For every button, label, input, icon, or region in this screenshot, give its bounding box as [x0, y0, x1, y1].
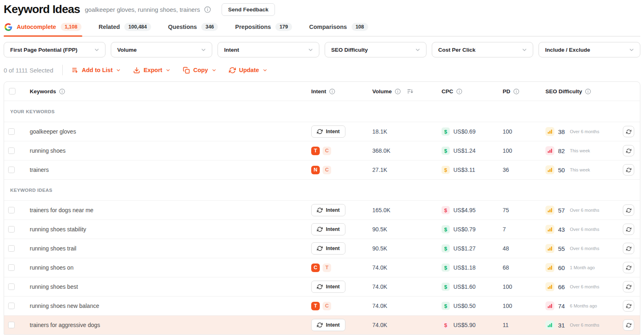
refresh-button[interactable]: [623, 126, 634, 137]
keyword-text[interactable]: running shoes trail: [24, 245, 76, 252]
section-label: YOUR KEYWORDS: [10, 109, 55, 114]
keyword-text[interactable]: running shoes new balance: [24, 303, 99, 309]
table-row[interactable]: running shoes best Intent 74.0K $ US$1.6…: [4, 277, 640, 296]
select-all-checkbox[interactable]: [9, 88, 15, 94]
table-row[interactable]: running shoes on CT 74.0K $ US$1.18 68 6…: [4, 258, 640, 277]
cpc-dollar-icon: $: [442, 166, 450, 174]
keyword-text[interactable]: running shoes on: [24, 264, 73, 271]
row-checkbox[interactable]: [8, 245, 15, 252]
info-icon[interactable]: [395, 88, 401, 94]
filter-cost-per-click[interactable]: Cost Per Click: [432, 42, 534, 57]
info-icon[interactable]: [329, 88, 335, 94]
chevron-down-icon: [116, 68, 121, 73]
volume-value: 18.1K: [372, 128, 387, 135]
cpc-dollar-icon: $: [442, 283, 450, 291]
row-checkbox[interactable]: [8, 226, 15, 233]
tab-questions[interactable]: Questions 346: [167, 18, 219, 36]
row-checkbox[interactable]: [8, 303, 15, 309]
chevron-down-icon: [521, 47, 528, 53]
filter-first-page-potential[interactable]: First Page Potential (FPP): [4, 42, 106, 57]
intent-button[interactable]: Intent: [311, 242, 345, 255]
section-header-row: YOUR KEYWORDS: [4, 101, 640, 122]
info-icon[interactable]: [59, 88, 65, 94]
volume-value: 74.0K: [372, 283, 387, 290]
refresh-button[interactable]: [623, 281, 634, 292]
intent-button[interactable]: Intent: [311, 204, 345, 216]
chevron-down-icon: [94, 47, 100, 53]
seo-difficulty-value: 66: [558, 283, 566, 290]
table-row[interactable]: running shoes trail Intent 90.5K $ US$1.…: [4, 239, 640, 258]
refresh-button[interactable]: [623, 262, 634, 273]
tab-prepositions[interactable]: Prepositions 179: [234, 18, 293, 36]
intent-badge-t: T: [311, 147, 320, 155]
table-row[interactable]: trainers for dogs near me Intent 165.0K …: [4, 200, 640, 220]
refresh-button[interactable]: [623, 164, 634, 176]
keyword-ideas-page: Keyword Ideas goalkeeper gloves, running…: [0, 0, 644, 335]
keyword-text[interactable]: running shoes stability: [24, 226, 86, 233]
intent-button[interactable]: Intent: [311, 281, 345, 293]
intent-badge-c: C: [323, 147, 331, 155]
tab-related[interactable]: Related 100,484: [98, 18, 152, 36]
filter-volume[interactable]: Volume: [111, 42, 213, 57]
refresh-icon: [626, 265, 631, 270]
table-row[interactable]: running shoes TC 368.0K $ US$1.24 100 82…: [4, 141, 640, 160]
seo-difficulty-icon: [545, 127, 554, 136]
cpc-dollar-icon: $: [442, 264, 450, 272]
tab-count-badge: 108: [352, 23, 368, 31]
tab-label: Prepositions: [235, 24, 271, 30]
info-icon[interactable]: [513, 88, 519, 94]
info-icon[interactable]: [456, 88, 462, 94]
export-button[interactable]: Export: [133, 67, 171, 74]
column-keywords: Keywords: [30, 88, 56, 94]
table-row[interactable]: trainers NC 27.1K $ US$3.11 36 50 This w…: [4, 160, 640, 179]
seo-difficulty-icon: [545, 225, 554, 234]
keyword-text[interactable]: trainers for dogs near me: [24, 207, 93, 213]
table-row[interactable]: goalkeeper gloves Intent 18.1K $ US$0.69…: [4, 122, 640, 141]
refresh-button[interactable]: [623, 319, 634, 331]
filter-include-exclude[interactable]: Include / Exclude: [538, 42, 640, 57]
refresh-button[interactable]: [623, 243, 634, 254]
seo-difficulty-icon: [545, 321, 554, 329]
result-tabs: Autocomplete 1,108 Related 100,484 Quest…: [4, 18, 640, 37]
intent-button[interactable]: Intent: [311, 319, 345, 331]
update-button[interactable]: Update: [229, 67, 268, 74]
pd-value: 36: [503, 167, 509, 173]
toolbar-divider: [62, 65, 63, 75]
row-checkbox[interactable]: [8, 264, 15, 271]
row-checkbox[interactable]: [8, 147, 15, 154]
seo-updated-text: Over 6 months: [570, 246, 599, 251]
info-icon[interactable]: [204, 6, 211, 13]
table-row[interactable]: running shoes stability Intent 90.5K $ U…: [4, 220, 640, 239]
copy-button[interactable]: Copy: [183, 67, 216, 74]
intent-button[interactable]: Intent: [311, 125, 345, 138]
info-icon[interactable]: [585, 88, 591, 94]
refresh-button[interactable]: [623, 204, 634, 216]
send-feedback-button[interactable]: Send Feedback: [222, 3, 275, 16]
keyword-text[interactable]: trainers: [24, 167, 49, 173]
table-row[interactable]: running shoes new balance TC 74.0K $ US$…: [4, 296, 640, 315]
keyword-text[interactable]: running shoes best: [24, 283, 78, 290]
tab-comparisons[interactable]: Comparisons 108: [308, 18, 369, 36]
filter-seo-difficulty[interactable]: SEO Difficulty: [325, 42, 426, 57]
keyword-text[interactable]: goalkeeper gloves: [24, 128, 76, 135]
sort-descending-icon[interactable]: [407, 88, 413, 94]
row-checkbox[interactable]: [8, 128, 15, 135]
filter-intent[interactable]: Intent: [218, 42, 319, 57]
refresh-button[interactable]: [623, 224, 634, 235]
section-label: KEYWORD IDEAS: [10, 188, 53, 193]
pd-value: 68: [503, 264, 509, 271]
intent-button[interactable]: Intent: [311, 223, 345, 235]
keyword-text[interactable]: running shoes: [24, 147, 66, 154]
refresh-button[interactable]: [623, 145, 634, 156]
row-checkbox[interactable]: [8, 167, 15, 173]
add-to-list-button[interactable]: Add to List: [72, 67, 121, 74]
keyword-text[interactable]: trainers for aggressive dogs: [24, 322, 100, 328]
row-checkbox[interactable]: [8, 207, 15, 213]
volume-value: 74.0K: [372, 322, 387, 328]
table-row[interactable]: trainers for aggressive dogs Intent 74.0…: [4, 315, 640, 334]
refresh-button[interactable]: [623, 300, 634, 312]
tab-autocomplete[interactable]: Autocomplete 1,108: [4, 18, 82, 36]
row-checkbox[interactable]: [8, 322, 15, 328]
row-checkbox[interactable]: [8, 283, 15, 290]
pd-value: 7: [503, 226, 506, 233]
